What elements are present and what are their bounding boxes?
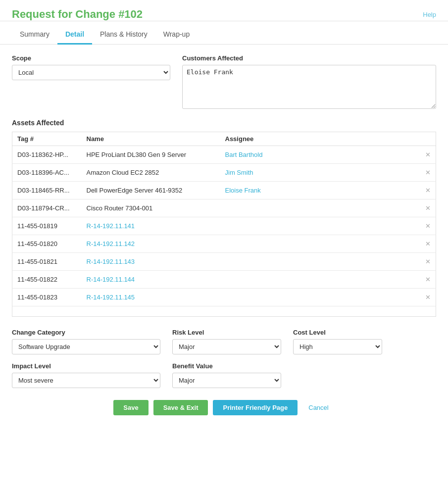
remove-asset-btn[interactable]: ✕ bbox=[420, 271, 436, 289]
table-row: 11-455-01819 R-14-192.11.141 ✕ bbox=[12, 217, 436, 235]
save-exit-button[interactable]: Save & Exit bbox=[153, 400, 208, 415]
table-row: D03-118362-HP... HPE ProLiant DL380 Gen … bbox=[12, 146, 436, 164]
table-row: 11-455-01820 R-14-192.11.142 ✕ bbox=[12, 235, 436, 253]
change-category-label: Change Category bbox=[12, 329, 160, 336]
asset-name[interactable]: R-14-192.11.143 bbox=[82, 253, 220, 271]
assets-section-title: Assets Affected bbox=[12, 119, 436, 127]
risk-level-select[interactable]: Low Medium Major Critical bbox=[172, 339, 281, 354]
benefit-value-select[interactable]: Low Medium Major High bbox=[172, 373, 281, 388]
cost-level-select[interactable]: Low Medium High Very High bbox=[293, 339, 382, 354]
cancel-button[interactable]: Cancel bbox=[302, 400, 334, 415]
asset-tag: 11-455-01821 bbox=[12, 253, 82, 271]
impact-level-select[interactable]: Low Medium High Most severe bbox=[12, 373, 160, 388]
remove-asset-btn[interactable]: ✕ bbox=[420, 253, 436, 271]
remove-asset-btn[interactable]: ✕ bbox=[420, 146, 436, 164]
asset-tag: 11-455-01819 bbox=[12, 217, 82, 235]
table-row: 11-455-01823 R-14-192.11.145 ✕ bbox=[12, 289, 436, 306]
remove-asset-btn[interactable]: ✕ bbox=[420, 182, 436, 199]
cost-level-label: Cost Level bbox=[293, 329, 382, 336]
asset-name: Amazon Cloud EC2 2852 bbox=[82, 164, 220, 182]
asset-tag: 11-455-01820 bbox=[12, 235, 82, 253]
asset-name: Cisco Router 7304-001 bbox=[82, 199, 220, 217]
asset-tag: D03-118396-AC... bbox=[12, 164, 82, 182]
change-category-select[interactable]: Software Upgrade Hardware Upgrade Networ… bbox=[12, 339, 160, 354]
table-row: D03-118396-AC... Amazon Cloud EC2 2852 J… bbox=[12, 164, 436, 182]
asset-assignee bbox=[220, 289, 421, 306]
asset-assignee: Bart Barthold bbox=[220, 146, 421, 164]
tab-detail[interactable]: Detail bbox=[57, 25, 92, 45]
asset-name: Dell PowerEdge Server 461-9352 bbox=[82, 182, 220, 199]
col-header-assignee: Assignee bbox=[220, 132, 421, 146]
tab-summary[interactable]: Summary bbox=[12, 25, 57, 45]
benefit-value-label: Benefit Value bbox=[172, 362, 281, 370]
remove-asset-btn[interactable]: ✕ bbox=[420, 235, 436, 253]
asset-name[interactable]: R-14-192.11.142 bbox=[82, 235, 220, 253]
asset-name[interactable]: R-14-192.11.145 bbox=[82, 289, 220, 306]
remove-asset-btn[interactable]: ✕ bbox=[420, 164, 436, 182]
asset-tag: D03-118362-HP... bbox=[12, 146, 82, 164]
help-link[interactable]: Help bbox=[423, 11, 436, 18]
table-row: 11-455-01821 R-14-192.11.143 ✕ bbox=[12, 253, 436, 271]
tab-wrap-up[interactable]: Wrap-up bbox=[155, 25, 198, 45]
asset-assignee: Jim Smith bbox=[220, 164, 421, 182]
asset-tag: D03-118794-CR... bbox=[12, 199, 82, 217]
scope-select[interactable]: Local Global Regional bbox=[12, 65, 170, 80]
remove-asset-btn[interactable]: ✕ bbox=[420, 217, 436, 235]
table-row: 11-455-01822 R-14-192.11.144 ✕ bbox=[12, 271, 436, 289]
asset-assignee bbox=[220, 217, 421, 235]
asset-name[interactable]: R-14-192.11.141 bbox=[82, 217, 220, 235]
remove-asset-btn[interactable]: ✕ bbox=[420, 289, 436, 306]
tab-bar: Summary Detail Plans & History Wrap-up bbox=[0, 25, 448, 45]
asset-name[interactable]: R-14-192.11.144 bbox=[82, 271, 220, 289]
asset-assignee bbox=[220, 271, 421, 289]
asset-tag: D03-118465-RR... bbox=[12, 182, 82, 199]
customers-label: Customers Affected bbox=[182, 54, 436, 62]
col-header-tag: Tag # bbox=[12, 132, 82, 146]
remove-asset-btn[interactable]: ✕ bbox=[420, 199, 436, 217]
assets-table: Tag # Name Assignee D03-118362-HP... HPE… bbox=[12, 132, 436, 317]
asset-assignee bbox=[220, 253, 421, 271]
scope-label: Scope bbox=[12, 54, 170, 62]
asset-assignee bbox=[220, 199, 421, 217]
asset-tag: 11-455-01822 bbox=[12, 271, 82, 289]
asset-name: HPE ProLiant DL380 Gen 9 Server bbox=[82, 146, 220, 164]
impact-level-label: Impact Level bbox=[12, 362, 160, 370]
asset-assignee: Eloise Frank bbox=[220, 182, 421, 199]
printer-friendly-button[interactable]: Printer Friendly Page bbox=[213, 400, 298, 415]
risk-level-label: Risk Level bbox=[172, 329, 281, 336]
page-title: Request for Change #102 bbox=[12, 8, 143, 21]
table-row: D03-118794-CR... Cisco Router 7304-001 ✕ bbox=[12, 199, 436, 217]
save-button[interactable]: Save bbox=[113, 400, 148, 415]
tab-plans-history[interactable]: Plans & History bbox=[92, 25, 155, 45]
customers-textarea[interactable]: Eloise Frank bbox=[182, 65, 436, 109]
table-row: D03-118465-RR... Dell PowerEdge Server 4… bbox=[12, 182, 436, 199]
asset-assignee bbox=[220, 235, 421, 253]
asset-tag: 11-455-01823 bbox=[12, 289, 82, 306]
col-header-name: Name bbox=[82, 132, 220, 146]
